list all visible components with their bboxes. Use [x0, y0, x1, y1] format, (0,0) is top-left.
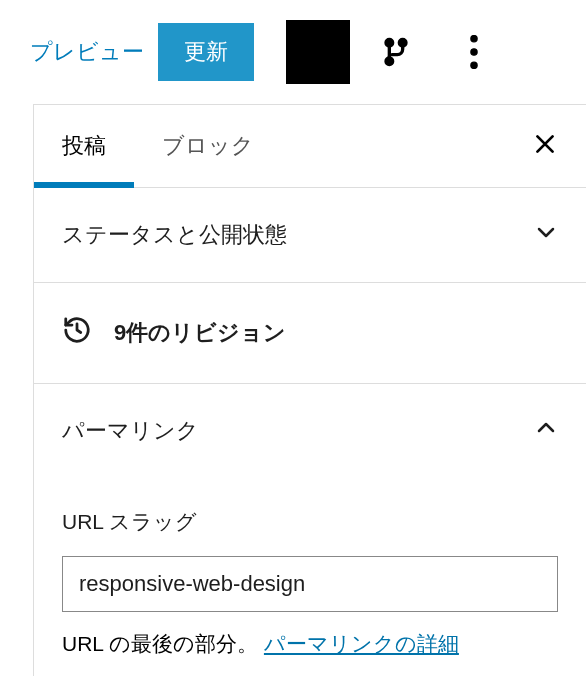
kebab-icon [470, 35, 478, 69]
slug-input[interactable] [62, 556, 558, 612]
slug-helper: URL の最後の部分。 パーマリンクの詳細 [62, 630, 558, 658]
update-button[interactable]: 更新 [158, 23, 254, 81]
svg-point-0 [314, 48, 323, 57]
revisions-text: 9件のリビジョン [114, 318, 286, 348]
close-sidebar-button[interactable] [504, 128, 586, 165]
settings-button[interactable] [286, 20, 350, 84]
section-status-title: ステータスと公開状態 [62, 220, 287, 250]
close-icon [532, 131, 558, 157]
sidebar-panel: 投稿 ブロック ステータスと公開状態 9件のリビジョン パーマリンク [33, 104, 586, 676]
history-icon [62, 315, 92, 351]
section-permalink-header[interactable]: パーマリンク [34, 384, 586, 478]
section-permalink: パーマリンク URL スラッグ URL の最後の部分。 パーマリンクの詳細 [34, 384, 586, 676]
chevron-down-icon [534, 220, 558, 250]
editor-toolbar: プレビュー 更新 [0, 0, 586, 104]
preview-button[interactable]: プレビュー [30, 37, 144, 67]
section-permalink-body: URL スラッグ URL の最後の部分。 パーマリンクの詳細 [34, 508, 586, 676]
sidebar-tabs: 投稿 ブロック [34, 105, 586, 188]
more-options-button[interactable] [442, 20, 506, 84]
chevron-up-icon [534, 416, 558, 446]
svg-point-6 [471, 62, 477, 68]
branch-icon [380, 36, 412, 68]
svg-point-5 [471, 49, 477, 55]
tab-post[interactable]: 投稿 [34, 105, 134, 187]
revisions-link[interactable]: 9件のリビジョン [34, 283, 586, 384]
slug-label: URL スラッグ [62, 508, 558, 536]
section-status-header[interactable]: ステータスと公開状態 [34, 188, 586, 282]
tab-block[interactable]: ブロック [134, 105, 282, 187]
section-permalink-title: パーマリンク [62, 416, 199, 446]
jetpack-button[interactable] [364, 20, 428, 84]
section-status: ステータスと公開状態 [34, 188, 586, 283]
permalink-details-link[interactable]: パーマリンクの詳細 [264, 632, 459, 655]
gear-icon [301, 35, 335, 69]
slug-helper-text: URL の最後の部分。 [62, 632, 264, 655]
svg-point-4 [471, 35, 477, 41]
